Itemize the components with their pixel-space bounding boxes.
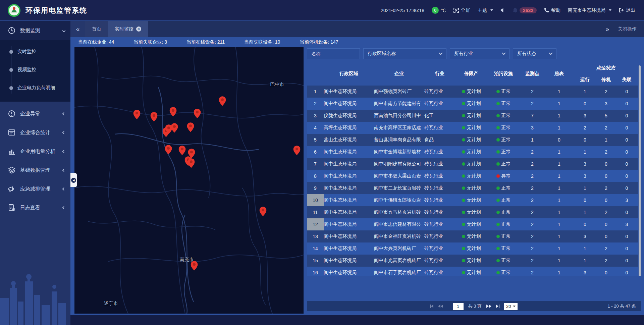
theme-dropdown[interactable]: 主题 — [478, 7, 493, 13]
status-filter-select[interactable]: 所有状态 — [513, 48, 556, 59]
cell-limit: 无计划 — [455, 122, 487, 134]
sidebar-item-enterprise-statistics[interactable]: 企业综合统计 — [0, 123, 70, 142]
cell-industry: 砖瓦行业 — [424, 255, 455, 267]
sidebar: 数据监测 实时监控 视频监控 企业电力负荷明细 企业异常 — [0, 21, 70, 325]
last-page-button[interactable] — [496, 305, 499, 308]
tab-realtime-monitoring[interactable]: 实时监控 ✕ — [108, 21, 148, 37]
sidebar-item-realtime-monitoring[interactable]: 实时监控 — [0, 43, 70, 61]
table-row[interactable]: 16阆中生态环境局阆中市石子页岩机砖厂砖瓦行业无计划正常21300 — [307, 267, 638, 276]
col-lost: 失联 — [615, 74, 638, 86]
tab-home[interactable]: 首页 — [85, 21, 108, 37]
table-row[interactable]: 7阆中生态环境局阆中明阳建材有限公司砖瓦行业无计划正常21300 — [307, 158, 638, 170]
phone-icon — [544, 8, 549, 13]
page-size-select[interactable]: 20 — [504, 303, 518, 310]
cell-meter-count: 1 — [545, 122, 573, 134]
cell-facility: 正常 — [487, 194, 520, 206]
table-row[interactable]: 12阆中生态环境局阆中市忠信建材有限公砖瓦行业无计划正常21003 — [307, 218, 638, 230]
name-filter-input[interactable] — [311, 51, 356, 56]
table-row[interactable]: 15阆中生态环境局阆中市光富页岩机砖厂砖瓦行业无计划正常21120 — [307, 255, 638, 267]
close-operations-button[interactable]: 关闭操作 — [618, 26, 637, 32]
tabs-scroll-left-button[interactable]: « — [70, 21, 85, 37]
first-page-button[interactable] — [430, 305, 433, 308]
map-panel[interactable]: 巴中市南充市遂宁市 — [74, 47, 304, 314]
cell-monitor-count: 2 — [520, 182, 545, 194]
sidebar-item-base-data[interactable]: 基础数据管理 — [0, 161, 70, 179]
cell-limit: 无计划 — [455, 110, 487, 122]
cell-limit: 无计划 — [455, 206, 487, 218]
cell-industry: 食品 — [424, 134, 455, 146]
company-location-pin[interactable] — [187, 122, 194, 132]
sidebar-item-enterprise-abnormal[interactable]: 企业异常 — [0, 104, 70, 123]
sidebar-item-data-monitoring[interactable]: 数据监测 — [0, 21, 70, 40]
company-location-pin[interactable] — [179, 146, 186, 155]
table-row[interactable]: 3仪陇生态环境局西南油气田分公司川中化工无计划正常71350 — [307, 110, 638, 122]
industry-filter-select[interactable]: 所有行业 — [450, 48, 509, 59]
company-location-pin[interactable] — [187, 158, 195, 168]
record-range-label: 1 - 20 共 47 条 — [607, 303, 636, 309]
tabs-scroll-right-button[interactable]: » — [605, 25, 609, 33]
cell-stop-count: 2 — [597, 122, 615, 134]
speaker-icon[interactable] — [500, 8, 505, 13]
company-location-pin[interactable] — [293, 146, 300, 155]
cell-stop-count: 2 — [597, 86, 615, 98]
cell-region: 仪陇生态环境局 — [324, 110, 374, 122]
col-company: 企业 — [374, 62, 424, 86]
table-scrollbar[interactable] — [639, 65, 641, 276]
company-location-pin[interactable] — [171, 123, 178, 133]
sidebar-item-electricity-analysis[interactable]: 企业用电量分析 — [0, 142, 70, 161]
table-row[interactable]: 8阆中生态环境局阆中市枣碧大梁山页岩砖瓦行业无计划异常21300 — [307, 170, 638, 182]
table-row[interactable]: 10阆中生态环境局阆中千佛镇五郎垭页岩砖瓦行业无计划正常21003 — [307, 194, 638, 206]
table-row[interactable]: 4高坪生态环境局南充市高坪区王家店建砖瓦行业无计划正常31220 — [307, 122, 638, 134]
table-row[interactable]: 9阆中生态环境局阆中市二龙长宝页岩砖砖瓦行业无计划正常21120 — [307, 182, 638, 194]
region-filter-select[interactable]: 行政区域名称 — [363, 48, 446, 59]
cell-company: 阆中市石子页岩机砖厂 — [374, 267, 424, 276]
cell-run-count: 1 — [573, 86, 597, 98]
company-location-pin[interactable] — [133, 110, 140, 119]
cell-region: 阆中生态环境局 — [324, 182, 374, 194]
sidebar-item-video-monitoring[interactable]: 视频监控 — [0, 61, 70, 79]
sidebar-item-emission-reduction[interactable]: 应急减排管理 — [0, 179, 70, 198]
prev-page-button[interactable] — [438, 305, 443, 308]
company-location-pin[interactable] — [165, 145, 172, 155]
filter-bar: 行政区域名称 所有行业 所有状态 — [307, 48, 641, 59]
sidebar-item-log-view[interactable]: 日志查看 — [0, 198, 70, 217]
tab-close-icon[interactable]: ✕ — [136, 26, 141, 32]
sidebar-collapse-handle[interactable]: ◀ — [70, 173, 77, 187]
status-dot-icon — [462, 247, 465, 250]
help-button[interactable]: 帮助 — [544, 7, 560, 13]
cell-facility: 正常 — [487, 134, 520, 146]
table-row[interactable]: 5营山生态环境局营山县润丰肉食品有限食品无计划正常10010 — [307, 134, 638, 146]
logout-button[interactable]: 退出 — [619, 7, 635, 13]
col-meter: 总表 — [545, 62, 573, 86]
table-row[interactable]: 2阆中生态环境局阆中市南方节能建材有砖瓦行业无计划正常21030 — [307, 98, 638, 110]
company-location-pin[interactable] — [219, 96, 226, 106]
page-number-input[interactable] — [453, 303, 464, 310]
top-header: 环保用电监管系统 2021-02-25 17:46:18 0 ℃ 全屏 主题 2… — [0, 0, 644, 21]
company-location-pin[interactable] — [191, 261, 198, 271]
map-city-label: 巴中市 — [270, 82, 284, 88]
table-row[interactable]: 13阆中生态环境局阆中市金福旺页岩机砖砖瓦行业无计划正常21300 — [307, 230, 638, 242]
table-row[interactable]: 11阆中生态环境局阆中市五马桥页岩机砖砖瓦行业无计划正常21120 — [307, 206, 638, 218]
fullscreen-button[interactable]: 全屏 — [453, 7, 470, 13]
cell-company: 阆中市忠信建材有限公 — [374, 218, 424, 230]
next-page-button[interactable] — [486, 305, 491, 308]
status-dot-icon — [496, 114, 500, 117]
company-location-pin[interactable] — [151, 112, 158, 122]
sidebar-item-power-load-detail[interactable]: 企业电力负荷明细 — [0, 79, 70, 97]
cell-lost-count: 3 — [615, 194, 638, 206]
cell-meter-count: 1 — [545, 255, 573, 267]
stats-bar: 当前在线企业: 44 当前失联企业: 3 当前在线设备: 211 当前失联设备:… — [78, 37, 644, 48]
status-dot-icon — [462, 90, 465, 93]
company-location-pin[interactable] — [194, 109, 201, 118]
table-row[interactable]: 6阆中生态环境局阆中市金博瑞新型墙材砖瓦行业无计划正常21120 — [307, 146, 638, 158]
company-location-pin[interactable] — [260, 207, 267, 216]
table-row[interactable]: 1阆中生态环境局阆中强锐页岩砖厂砖瓦行业无计划正常21120 — [307, 86, 638, 98]
notifications[interactable]: 2632 — [513, 7, 537, 13]
cell-meter-count: 1 — [545, 110, 573, 122]
chevron-left-icon — [62, 131, 66, 134]
name-filter-input-box[interactable] — [307, 48, 360, 59]
company-location-pin[interactable] — [169, 107, 176, 117]
org-dropdown[interactable]: 南充市生态环境局 — [568, 7, 611, 13]
status-dot-icon — [496, 174, 500, 178]
table-row[interactable]: 14阆中生态环境局阆中大兴页岩机砖厂砖瓦行业无计划正常21120 — [307, 242, 638, 255]
